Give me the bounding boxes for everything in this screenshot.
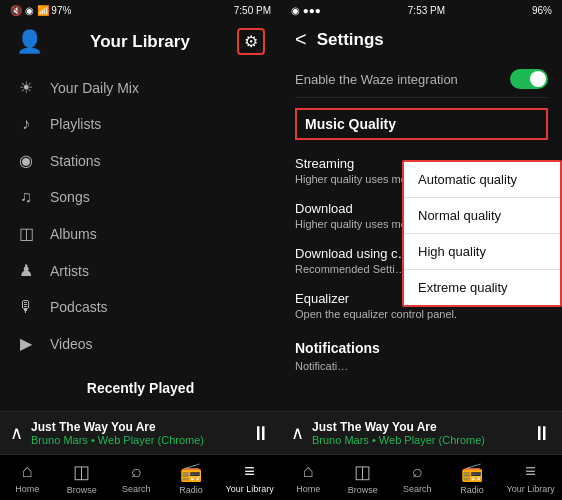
right-expand-icon: ∧	[291, 422, 304, 444]
profile-icon[interactable]: 👤	[16, 29, 43, 55]
waze-label: Enable the Waze integration	[295, 72, 458, 87]
playlists-label: Playlists	[50, 116, 101, 132]
stations-label: Stations	[50, 153, 101, 169]
left-status-bar: 🔇 ◉ 📶 97% 7:50 PM	[0, 0, 281, 20]
left-status-left: 🔇 ◉ 📶 97%	[10, 5, 71, 16]
library-title: Your Library	[90, 32, 190, 52]
songs-icon: ♫	[16, 188, 36, 206]
daily-mix-label: Your Daily Mix	[50, 80, 139, 96]
now-playing-title: Just The Way You Are	[31, 420, 251, 434]
radio-label: Radio	[179, 485, 203, 495]
nav-item-daily-mix[interactable]: ☀ Your Daily Mix	[0, 69, 281, 106]
gear-button[interactable]: ⚙	[237, 28, 265, 55]
right-header: < Settings	[281, 20, 562, 61]
right-bottom-library[interactable]: ≡ Your Library	[506, 461, 554, 494]
right-home-label: Home	[296, 484, 320, 494]
right-bottom-nav: ⌂ Home ◫ Browse ⌕ Search 📻 Radio ≡ Your …	[281, 454, 562, 500]
albums-icon: ◫	[16, 224, 36, 243]
quality-extreme[interactable]: Extreme quality	[404, 270, 560, 305]
right-library-label: Your Library	[506, 484, 554, 494]
right-browse-label: Browse	[348, 485, 378, 495]
right-status-time: 7:53 PM	[408, 5, 445, 16]
left-header: 👤 Your Library ⚙	[0, 20, 281, 65]
right-search-label: Search	[403, 484, 432, 494]
back-button[interactable]: <	[295, 28, 307, 51]
notifications-section: Notifications Notificati…	[295, 332, 548, 372]
right-bottom-search[interactable]: ⌕ Search	[397, 461, 437, 494]
right-bottom-radio[interactable]: 📻 Radio	[452, 461, 492, 495]
right-panel: ◉ ●●● 7:53 PM 96% < Settings Enable the …	[281, 0, 562, 500]
bottom-nav-search[interactable]: ⌕ Search	[116, 461, 156, 494]
bottom-nav-library[interactable]: ≡ Your Library	[225, 461, 273, 494]
settings-title: Settings	[317, 30, 384, 50]
stations-icon: ◉	[16, 151, 36, 170]
waze-row: Enable the Waze integration	[295, 61, 548, 98]
now-playing-source: Bruno Mars • Web Player (Chrome)	[31, 434, 251, 446]
right-bottom-home[interactable]: ⌂ Home	[288, 461, 328, 494]
home-label: Home	[15, 484, 39, 494]
artists-label: Artists	[50, 263, 89, 279]
right-now-playing-info: Just The Way You Are Bruno Mars • Web Pl…	[312, 420, 532, 446]
right-now-playing-title: Just The Way You Are	[312, 420, 532, 434]
nav-item-albums[interactable]: ◫ Albums	[0, 215, 281, 252]
left-now-playing[interactable]: ∧ Just The Way You Are Bruno Mars • Web …	[0, 411, 281, 454]
nav-item-stations[interactable]: ◉ Stations	[0, 142, 281, 179]
daily-mix-icon: ☀	[16, 78, 36, 97]
songs-label: Songs	[50, 189, 90, 205]
right-now-playing[interactable]: ∧ Just The Way You Are Bruno Mars • Web …	[281, 411, 562, 454]
play-pause-button[interactable]: ⏸	[251, 422, 271, 445]
nav-item-playlists[interactable]: ♪ Playlists	[0, 106, 281, 142]
quality-high[interactable]: High quality	[404, 234, 560, 270]
quality-dropdown[interactable]: Automatic quality Normal quality High qu…	[402, 160, 562, 307]
library-nav-label: Your Library	[225, 484, 273, 494]
nav-item-podcasts[interactable]: 🎙 Podcasts	[0, 289, 281, 325]
waze-toggle[interactable]	[510, 69, 548, 89]
right-radio-label: Radio	[460, 485, 484, 495]
nav-item-songs[interactable]: ♫ Songs	[0, 179, 281, 215]
right-playback-controls: ⏸	[532, 422, 552, 445]
right-status-battery: 96%	[532, 5, 552, 16]
bottom-nav-radio[interactable]: 📻 Radio	[171, 461, 211, 495]
right-radio-icon: 📻	[461, 461, 483, 483]
right-browse-icon: ◫	[354, 461, 371, 483]
right-bottom-browse[interactable]: ◫ Browse	[343, 461, 383, 495]
left-panel: 🔇 ◉ 📶 97% 7:50 PM 👤 Your Library ⚙ ☀ You…	[0, 0, 281, 500]
left-bottom-nav: ⌂ Home ◫ Browse ⌕ Search 📻 Radio ≡ Your …	[0, 454, 281, 500]
right-now-playing-source: Bruno Mars • Web Player (Chrome)	[312, 434, 532, 446]
right-library-icon: ≡	[525, 461, 536, 482]
quality-automatic[interactable]: Automatic quality	[404, 162, 560, 198]
right-home-icon: ⌂	[303, 461, 314, 482]
playback-controls: ⏸	[251, 422, 271, 445]
nav-list: ☀ Your Daily Mix ♪ Playlists ◉ Stations …	[0, 65, 281, 366]
albums-label: Albums	[50, 226, 97, 242]
expand-icon: ∧	[10, 422, 23, 444]
playlists-icon: ♪	[16, 115, 36, 133]
videos-icon: ▶	[16, 334, 36, 353]
artists-icon: ♟	[16, 261, 36, 280]
bottom-nav-home[interactable]: ⌂ Home	[7, 461, 47, 494]
bottom-nav-browse[interactable]: ◫ Browse	[62, 461, 102, 495]
videos-label: Videos	[50, 336, 93, 352]
search-icon: ⌕	[131, 461, 142, 482]
right-search-icon: ⌕	[412, 461, 423, 482]
music-quality-header: Music Quality	[295, 108, 548, 140]
right-status-bar: ◉ ●●● 7:53 PM 96%	[281, 0, 562, 20]
right-status-icons: ◉ ●●●	[291, 5, 321, 16]
library-icon: ≡	[244, 461, 255, 482]
radio-icon: 📻	[180, 461, 202, 483]
notifications-header: Notifications	[295, 332, 548, 360]
quality-normal[interactable]: Normal quality	[404, 198, 560, 234]
now-playing-info: Just The Way You Are Bruno Mars • Web Pl…	[31, 420, 251, 446]
gear-icon: ⚙	[244, 32, 258, 51]
browse-label: Browse	[67, 485, 97, 495]
podcasts-icon: 🎙	[16, 298, 36, 316]
nav-item-videos[interactable]: ▶ Videos	[0, 325, 281, 362]
home-icon: ⌂	[22, 461, 33, 482]
left-status-time: 7:50 PM	[234, 5, 271, 16]
recently-played-section: Recently Played	[0, 366, 281, 404]
right-play-pause-button[interactable]: ⏸	[532, 422, 552, 445]
nav-item-artists[interactable]: ♟ Artists	[0, 252, 281, 289]
notifications-sub: Notificati…	[295, 360, 548, 372]
search-label: Search	[122, 484, 151, 494]
equalizer-subtitle: Open the equalizer control panel.	[295, 308, 548, 320]
